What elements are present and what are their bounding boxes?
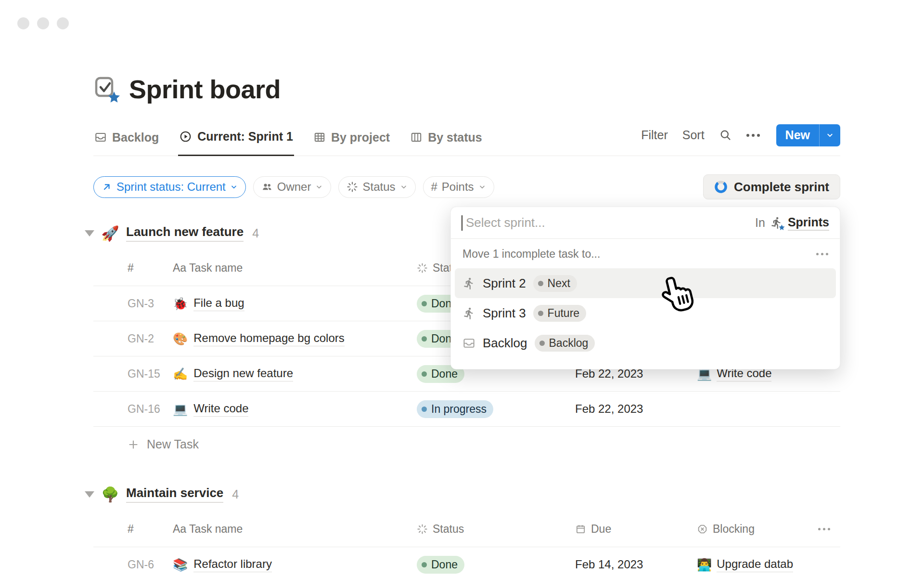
task-id: GN-3 (128, 297, 173, 310)
status-badge[interactable]: In progress (417, 400, 493, 418)
sprint-search-row[interactable]: Select sprint... In Sprints (451, 207, 840, 239)
column-header-id[interactable]: # (128, 523, 173, 536)
table-grid-icon (313, 131, 326, 144)
sprint-option-name: Sprint 3 (483, 306, 526, 321)
new-button-label: New (785, 128, 810, 142)
status-badge[interactable]: Done (417, 556, 464, 574)
due-date[interactable]: Feb 22, 2023 (575, 402, 697, 416)
window-controls (17, 17, 69, 29)
chevron-down-icon (400, 183, 408, 191)
view-tabs: Backlog Current: Sprint 1 By project (93, 118, 483, 156)
task-id: GN-6 (128, 558, 173, 571)
new-task-label: New Task (147, 437, 199, 451)
sprint-option-backlog[interactable]: Backlog Backlog (455, 328, 836, 358)
star-icon (779, 224, 785, 231)
task-id: GN-2 (128, 332, 173, 345)
progress-ring-icon (714, 180, 728, 194)
view-toolbar: Filter Sort New (641, 118, 840, 156)
column-header-due[interactable]: Due (575, 523, 697, 536)
sprint-status-tag: Next (533, 275, 577, 292)
sprint-option-name: Sprint 2 (483, 276, 526, 291)
group-header-maintain-service: 🌳 Maintain service 4 (85, 483, 840, 506)
task-emoji: 💻 (173, 402, 188, 416)
plus-icon (128, 439, 139, 450)
runner-icon (462, 307, 475, 320)
new-dropdown-button[interactable] (820, 124, 840, 146)
blocking-relation[interactable]: 👨‍💻Upgrade datab (697, 557, 818, 572)
page-header: Sprint board (93, 67, 840, 111)
section-more-icon[interactable] (816, 253, 828, 255)
column-header-status[interactable]: Status (417, 523, 575, 536)
new-split-button: New (776, 124, 840, 146)
tab-current-sprint[interactable]: Current: Sprint 1 (178, 118, 294, 156)
column-header-name[interactable]: Aa Task name (173, 523, 417, 536)
sprints-database-link[interactable]: Sprints (788, 215, 829, 231)
task-emoji: 🐞 (173, 297, 188, 311)
collapse-toggle-icon[interactable] (85, 230, 94, 236)
page-title: Sprint board (129, 74, 281, 104)
complete-sprint-button[interactable]: Complete sprint (703, 174, 840, 199)
points-filter-label: Points (442, 180, 474, 194)
task-name[interactable]: Write code (193, 402, 248, 417)
complete-sprint-label: Complete sprint (734, 180, 829, 195)
owner-filter-label: Owner (277, 180, 311, 194)
tab-label: By status (428, 131, 482, 144)
collapse-toggle-icon[interactable] (85, 491, 94, 498)
popup-section-header: Move 1 incomplete task to... (451, 239, 840, 264)
sprint-option-sprint-3[interactable]: Sprint 3 Future (455, 298, 836, 328)
column-header-more[interactable] (818, 528, 840, 530)
group-title[interactable]: Launch new feature (126, 224, 244, 242)
tab-by-project[interactable]: By project (312, 118, 391, 156)
search-scope: In Sprints (755, 215, 829, 231)
new-task-button[interactable]: New Task (93, 427, 840, 462)
group-title[interactable]: Maintain service (126, 486, 223, 503)
points-filter[interactable]: # Points (423, 176, 494, 198)
page-checkbox-star-icon[interactable] (93, 76, 118, 103)
new-button[interactable]: New (776, 124, 819, 146)
task-name[interactable]: File a bug (193, 296, 244, 311)
sprint-status-filter-label: Sprint status: Current (116, 180, 226, 194)
status-filter-label: Status (362, 180, 395, 194)
search-icon[interactable] (719, 129, 732, 142)
play-circle-icon (179, 130, 192, 143)
window-zoom-button[interactable] (57, 17, 69, 29)
window-minimize-button[interactable] (37, 17, 49, 29)
status-spinner-icon (417, 263, 428, 274)
more-options-icon[interactable] (746, 134, 760, 137)
sprint-search-input[interactable]: Select sprint... (466, 215, 755, 230)
table-row[interactable]: GN-16 💻Write code In progress Feb 22, 20… (93, 392, 840, 427)
people-icon (261, 181, 273, 193)
sort-button[interactable]: Sort (682, 128, 705, 142)
sprint-option-sprint-2[interactable]: Sprint 2 Next (455, 268, 836, 298)
table-row[interactable]: GN-6 📚Refactor library Done Feb 14, 2023… (93, 547, 840, 578)
star-icon (108, 92, 120, 104)
column-header-id[interactable]: # (128, 262, 173, 275)
tab-backlog[interactable]: Backlog (93, 118, 160, 156)
due-date[interactable]: Feb 14, 2023 (575, 558, 697, 571)
board-columns-icon (410, 131, 423, 144)
window-close-button[interactable] (17, 17, 29, 29)
task-name[interactable]: Refactor library (193, 557, 272, 572)
column-header-name[interactable]: Aa Task name (173, 262, 417, 275)
group-count: 4 (252, 226, 259, 240)
filter-row: Sprint status: Current Owner (93, 174, 840, 199)
task-emoji: ✍️ (173, 367, 188, 381)
sprint-options: Sprint 2 Next Sprint 3 Future Backlog Ba… (451, 264, 840, 363)
filter-button[interactable]: Filter (641, 128, 668, 142)
sprint-status-filter[interactable]: Sprint status: Current (93, 176, 246, 198)
sprint-option-name: Backlog (483, 336, 527, 351)
tab-label: Backlog (112, 131, 159, 144)
sprint-select-popup: Select sprint... In Sprints Move 1 incom… (450, 207, 840, 369)
task-name[interactable]: Design new feature (193, 367, 293, 381)
runner-icon (462, 277, 475, 290)
task-emoji: 🎨 (173, 332, 188, 346)
relation-emoji: 👨‍💻 (697, 558, 712, 572)
tab-by-status[interactable]: By status (409, 118, 483, 156)
owner-filter[interactable]: Owner (253, 176, 332, 198)
status-filter[interactable]: Status (338, 176, 415, 198)
sprint-status-tag: Future (533, 305, 586, 322)
column-header-blocking[interactable]: Blocking (697, 523, 818, 536)
task-name[interactable]: Remove homepage bg colors (193, 331, 345, 346)
inbox-icon (94, 131, 107, 144)
sprints-database-icon (770, 216, 783, 229)
